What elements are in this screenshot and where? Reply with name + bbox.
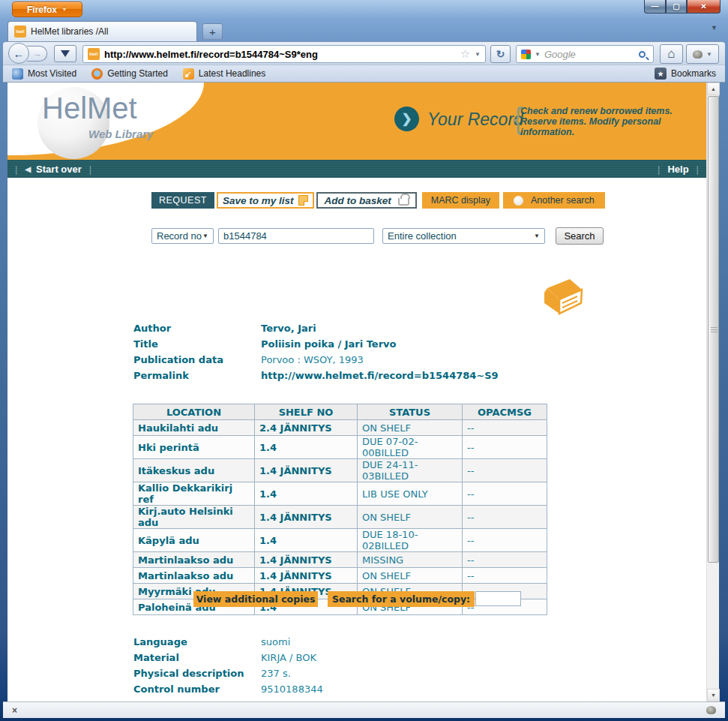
help-link[interactable]: | Help | <box>650 164 706 175</box>
field-value: KIRJA / BOK <box>261 650 323 665</box>
close-icon: ✕ <box>700 2 706 11</box>
scope-selected-value: Entire collection <box>388 230 457 242</box>
minimize-button[interactable]: — <box>644 0 666 14</box>
back-button[interactable]: ← <box>8 43 29 64</box>
holdings-cell: Haukilahti adu <box>133 420 255 436</box>
holdings-cell: ON SHELF <box>358 506 463 529</box>
index-select[interactable]: Record no ▼ <box>151 228 214 244</box>
firefox-menu-label: Firefox <box>27 5 57 15</box>
forward-button[interactable]: → <box>27 46 47 62</box>
field-value: suomi <box>261 634 323 650</box>
bookmark-item[interactable]: Latest Headlines <box>183 68 265 80</box>
marc-display-button[interactable]: MARC display <box>422 192 499 209</box>
field-value: http://www.helmet.fi/record=b1544784~S9 <box>261 368 499 383</box>
vertical-scrollbar[interactable]: ▲ ▼ <box>706 83 719 701</box>
dropdown-arrow-icon <box>61 50 70 57</box>
recent-pages-button[interactable] <box>54 45 76 62</box>
url-bar[interactable]: Hel! http://www.helmet.fi/record=b154478… <box>82 45 486 63</box>
note-icon <box>298 195 308 206</box>
holdings-cell: 1.4 JÄNNITYS <box>255 459 358 482</box>
addon-grip-icon <box>706 706 716 714</box>
back-triangle-icon: ◀ <box>25 165 31 173</box>
google-logo-icon[interactable] <box>521 50 531 59</box>
home-button[interactable]: ⌂ <box>660 44 683 64</box>
addon-bar-close-button[interactable]: × <box>12 705 17 716</box>
new-tab-button[interactable]: + <box>202 23 223 40</box>
add-to-basket-button[interactable]: Add to basket <box>316 192 416 209</box>
rss-icon <box>183 68 194 80</box>
field-label: Title <box>133 336 261 352</box>
request-button[interactable]: REQUEST <box>151 192 214 209</box>
forward-arrow-icon: → <box>32 48 42 59</box>
scrollbar-thumb[interactable] <box>708 96 719 563</box>
volume-search-button[interactable]: Search for a volume/copy: <box>328 591 475 607</box>
holdings-cell: Itäkeskus adu <box>133 459 255 482</box>
bookmarks-toolbar: Most VisitedGetting StartedLatest Headli… <box>3 65 725 83</box>
url-dropdown-icon[interactable]: ▼ <box>475 51 481 58</box>
bookmarks-star-icon: ★ <box>655 68 667 80</box>
holdings-table: LOCATIONSHELF NOSTATUSOPACMSG Haukilahti… <box>133 404 547 615</box>
search-button[interactable]: Search <box>556 227 604 245</box>
divider: | <box>658 164 660 175</box>
bookmark-item[interactable]: Most Visited <box>12 68 76 80</box>
volume-search-input[interactable] <box>475 591 521 606</box>
firefox-menu-button[interactable]: Firefox ▼ <box>12 2 82 17</box>
list-all-tabs-icon[interactable]: ▼ <box>711 24 718 32</box>
bookmarks-menu-button[interactable]: ★ Bookmarks <box>655 68 716 80</box>
bookmarks-menu-label: Bookmarks <box>671 68 716 79</box>
start-over-link[interactable]: | ◀ Start over | <box>7 164 99 175</box>
search-engine-dropdown-icon[interactable]: ▼ <box>535 51 541 58</box>
firefox-icon <box>91 68 103 80</box>
chevron-down-icon: ▼ <box>61 6 67 13</box>
home-icon: ⌂ <box>667 47 675 62</box>
maximize-button[interactable]: ▢ <box>666 0 687 14</box>
field-value: Poliisin poika / Jari Tervo <box>261 336 499 352</box>
holdings-cell: Martinlaakso adu <box>133 552 255 568</box>
your-record-line2: Reserve items. Modify personal informati… <box>520 116 706 137</box>
bookmark-label: Latest Headlines <box>199 68 265 79</box>
holdings-cell: DUE 07-02-00BILLED <box>358 436 463 459</box>
scroll-up-button[interactable]: ▲ <box>707 83 720 95</box>
site-header: HelMet Web Library ❯ Your Record { Check… <box>7 83 706 160</box>
reload-button[interactable]: ↻ <box>490 45 511 63</box>
holdings-cell: MISSING <box>358 552 463 568</box>
addon-button[interactable]: ▼ <box>686 44 719 64</box>
add-to-basket-label: Add to basket <box>324 195 391 206</box>
tab-helmet-libraries[interactable]: Hel! HelMet libraries /All <box>7 21 197 41</box>
bookmark-star-icon[interactable]: ☆ <box>460 47 470 61</box>
save-to-list-label: Save to my list <box>223 195 294 206</box>
another-search-label: Another search <box>531 195 595 206</box>
addon-bar: × <box>3 701 725 718</box>
holdings-header: SHELF NO <box>255 404 358 420</box>
another-search-button[interactable]: Another search <box>503 192 605 209</box>
url-text[interactable]: http://www.helmet.fi/record=b1544784~S9*… <box>104 49 456 60</box>
search-query-input[interactable]: b1544784 <box>218 228 374 244</box>
holdings-row: Martinlaakso adu1.4 JÄNNITYSMISSING-- <box>133 552 547 568</box>
holdings-cell: DUE 24-11-03BILLED <box>358 459 463 482</box>
holdings-cell: 1.4 JÄNNITYS <box>255 552 358 568</box>
holdings-header: OPACMSG <box>463 404 547 420</box>
holdings-cell: -- <box>463 568 547 584</box>
holdings-row: Käpylä adu1.4DUE 18-10-02BILLED-- <box>133 529 547 552</box>
search-placeholder[interactable]: Google <box>544 49 635 60</box>
navigation-toolbar: ← → Hel! http://www.helmet.fi/record=b15… <box>3 41 725 65</box>
holdings-row: Martinlaakso adu1.4 JÄNNITYSON SHELF-- <box>133 568 547 584</box>
holdings-cell: ON SHELF <box>358 568 463 584</box>
scroll-down-button[interactable]: ▼ <box>707 689 720 701</box>
site-favicon-icon: Hel! <box>88 48 100 60</box>
index-selected-value: Record no <box>157 230 202 242</box>
addon-dropdown-icon: ▼ <box>706 51 712 58</box>
save-to-list-button[interactable]: Save to my list <box>217 192 315 209</box>
page-viewport: HelMet Web Library ❯ Your Record { Check… <box>7 83 706 701</box>
book-icon <box>537 276 585 323</box>
magnifier-icon[interactable] <box>639 51 646 58</box>
scope-select[interactable]: Entire collection ▼ <box>382 228 545 244</box>
web-search-box[interactable]: ▼ Google <box>516 45 654 63</box>
close-button[interactable]: ✕ <box>687 0 721 14</box>
start-over-label: Start over <box>36 164 82 175</box>
help-label: Help <box>667 164 688 175</box>
bookmark-item[interactable]: Getting Started <box>91 68 168 80</box>
holdings-cell: DUE 18-10-02BILLED <box>358 529 463 552</box>
view-additional-copies-button[interactable]: View additional copies <box>193 591 318 607</box>
holdings-cell: LIB USE ONLY <box>358 482 463 506</box>
